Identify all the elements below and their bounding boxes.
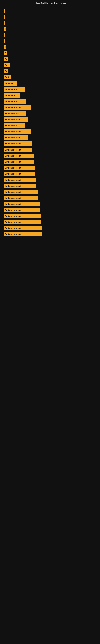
bar-row: Bottleneck result (4, 226, 96, 231)
bar-item: Bottleneck result (4, 160, 34, 164)
bar-label: Bottleneck result (5, 130, 21, 133)
site-title: TheBottlenecker.com (0, 0, 100, 6)
bar-row: Bo (4, 68, 96, 74)
bar-row: Bottleneck res (4, 98, 96, 104)
bar-label: Bot (5, 64, 8, 66)
bar-row: B (4, 50, 96, 56)
bar-item: Bottleneck re (4, 87, 25, 92)
bar-item: B (4, 51, 7, 55)
bar-item: Bottleneck (4, 93, 20, 98)
bar-row: Bottleneck result (4, 129, 96, 134)
bar-item: Bottleneck result (4, 105, 31, 110)
bar-item: Bottleneck result (4, 190, 38, 194)
bar-row (4, 8, 96, 14)
bar-label: Bottleneck result (5, 227, 21, 230)
bar-row: Bottleneck result (4, 159, 96, 164)
bar-item: Bottleneck result (4, 208, 40, 212)
bar-item: Bottleneck resu (4, 136, 28, 140)
bar-label: Bottleneck result (5, 161, 21, 163)
bar-row: Bottleneck result (4, 183, 96, 189)
bar-row (4, 32, 96, 38)
bar-item: Bo (4, 69, 8, 74)
bar-label: Bo (5, 70, 7, 72)
bar-label: Bottleneck result (5, 155, 21, 157)
bar-row (4, 14, 96, 20)
bar-row: Bottleneck resu (4, 117, 96, 122)
bar-label: Bottleneck result (5, 149, 21, 151)
bar-row: Bottleneck re (4, 86, 96, 92)
bar-label: Bottleneck re (5, 124, 17, 127)
bar-label: Bottleneck result (5, 203, 21, 205)
bar-item: Bottleneck resu (4, 117, 28, 122)
bar-label: Bottleneck result (5, 143, 21, 145)
bar-label: Bottleneck res (5, 112, 19, 115)
bar-row: Bottleneck result (4, 207, 96, 213)
bar-row (4, 38, 96, 44)
bar-item: Bottleneck result (4, 130, 31, 134)
bar-label: Bottleneck result (5, 167, 21, 169)
bar-label: Bottleneck result (5, 197, 21, 199)
bar-item (4, 21, 5, 25)
bar-row: Bottleneck result (4, 105, 96, 110)
bar-item: Bottleneck res (4, 99, 26, 104)
bar-row: Bottleneck result (4, 201, 96, 207)
bar-item: Bottleneck result (4, 154, 34, 158)
bar-label: Bottleneck re (5, 88, 17, 90)
bar-row: Bottleneck result (4, 165, 96, 171)
bar-row: Bottleneck result (4, 153, 96, 158)
bar-row: Bo (4, 56, 96, 62)
bar-row: Bottleneck (4, 92, 96, 98)
bar-row: Bottleneck result (4, 189, 96, 195)
bar-row: Bottleneck result (4, 171, 96, 177)
bar-item: Bottleneck result (4, 184, 36, 188)
bar-item: Bottleneck result (4, 214, 41, 218)
bar-row: Bottleneck result (4, 232, 96, 237)
bar-item: Bottlene (4, 81, 17, 86)
bar-label: Bottleneck res (5, 100, 19, 103)
bar-item: Bottleneck result (4, 202, 40, 206)
bar-row: Bottleneck resu (4, 135, 96, 140)
bar-row: Bottleneck result (4, 213, 96, 219)
bar-label: Bottleneck result (5, 209, 21, 211)
bar-label: Bott (5, 76, 9, 78)
bar-label: Bottleneck result (5, 233, 21, 236)
bar-item: Bottleneck res (4, 111, 26, 116)
bar-label: B (5, 46, 6, 48)
bar-item: Bottleneck result (4, 142, 32, 146)
bar-row: Bott (4, 74, 96, 80)
bar-row: Bottleneck result (4, 147, 96, 152)
bar-item: Bottleneck result (4, 172, 35, 176)
bar-row: Bottleneck re (4, 123, 96, 128)
bar-item: B (4, 45, 6, 49)
bar-row: Bottleneck result (4, 219, 96, 225)
bar-row: Bottleneck result (4, 141, 96, 146)
bar-row (4, 20, 96, 26)
bar-item: Bottleneck result (4, 226, 42, 230)
bar-label: Bottleneck result (5, 191, 21, 193)
bar-item: Bottleneck re (4, 123, 25, 128)
bar-row: Bottleneck result (4, 195, 96, 201)
bar-item: Bott (4, 75, 11, 80)
bar-item: Bottleneck result (4, 196, 38, 200)
bar-row: B (4, 26, 96, 32)
bars-container: BBBBoBotBoBottBottleneBottleneck reBottl… (0, 6, 100, 240)
bar-label: Bottlene (5, 82, 13, 84)
bar-item (4, 15, 5, 19)
bar-row: Bot (4, 62, 96, 68)
bar-label: B (5, 52, 6, 54)
bar-label: Bottleneck result (5, 221, 21, 224)
bar-item: Bot (4, 63, 10, 68)
bar-item: Bottleneck result (4, 166, 35, 170)
bar-row: Bottleneck res (4, 111, 96, 116)
bar-row: B (4, 44, 96, 50)
bar-row: Bottlene (4, 80, 96, 86)
bar-item (4, 39, 5, 43)
bar-label: Bottleneck result (5, 185, 21, 187)
bar-label: Bottleneck result (5, 179, 21, 181)
bar-item: Bottleneck result (4, 232, 42, 236)
bar-item: Bottleneck result (4, 220, 41, 224)
bar-item: B (4, 27, 6, 31)
bar-label: Bo (5, 58, 7, 60)
bar-item: Bo (4, 57, 8, 62)
bar-label: B (5, 28, 6, 30)
